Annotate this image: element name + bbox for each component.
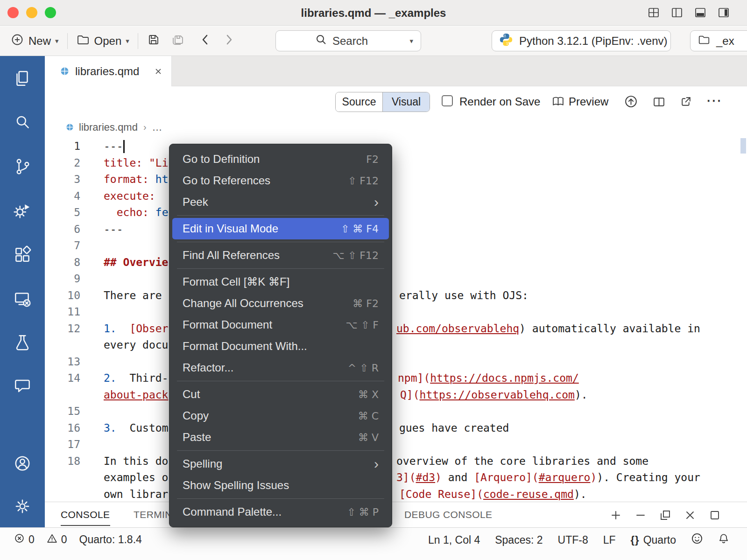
cursor-position[interactable]: Ln 1, Col 4 <box>428 534 480 546</box>
open-button[interactable]: Open ▾ <box>76 33 129 49</box>
line-number[interactable]: 10 <box>45 287 80 304</box>
code-line[interactable]: 163. Customgues have created <box>45 420 747 437</box>
warning-count[interactable]: 0 <box>47 533 67 546</box>
menu-item-go-to-references[interactable]: Go to References⇧ F12 <box>172 170 389 191</box>
breadcrumb-file[interactable]: libraries.qmd <box>79 121 138 133</box>
code-line[interactable]: 1--- <box>45 138 747 155</box>
menu-item-spelling[interactable]: Spelling› <box>172 453 389 475</box>
feedback-smiley-icon[interactable] <box>691 532 703 547</box>
new-button[interactable]: New ▾ <box>10 33 59 49</box>
run-debug-icon[interactable] <box>13 200 32 220</box>
restore-panel-icon[interactable] <box>659 509 671 521</box>
menu-item-find-all-references[interactable]: Find All References⌥ ⇧ F12 <box>172 245 389 266</box>
indentation[interactable]: Spaces: 2 <box>495 534 543 546</box>
line-number[interactable]: 9 <box>45 271 80 287</box>
visual-mode-button[interactable]: Visual <box>382 92 430 112</box>
new-console-plus-icon[interactable] <box>610 509 622 521</box>
search-input[interactable]: Search ▾ <box>275 30 421 51</box>
line-number[interactable]: 4 <box>45 188 80 205</box>
render-on-save-checkbox[interactable] <box>442 95 453 106</box>
tab-debug-console[interactable]: DEBUG CONSOLE <box>404 502 492 525</box>
code-editor[interactable]: 1---2title: "Li3format: ht4execute:5 ech… <box>45 138 747 502</box>
menu-item-format-document-with[interactable]: Format Document With... <box>172 336 389 357</box>
back-button[interactable] <box>200 34 211 49</box>
settings-gear-icon[interactable] <box>13 497 32 516</box>
line-number[interactable]: 7 <box>45 238 80 254</box>
code-line[interactable]: 17 <box>45 436 747 453</box>
chat-icon[interactable] <box>13 376 32 395</box>
code-line[interactable]: every docu <box>45 337 747 354</box>
eol-sequence[interactable]: LF <box>603 534 616 546</box>
code-line[interactable]: 18In this dooverview of the core librari… <box>45 453 747 470</box>
source-control-icon[interactable] <box>13 157 32 176</box>
menu-item-paste[interactable]: Paste⌘ V <box>172 427 389 448</box>
code-line[interactable]: 10There are erally use with OJS: <box>45 287 747 304</box>
line-number[interactable]: 1 <box>45 138 80 155</box>
preview-button[interactable]: Preview <box>569 86 608 117</box>
maximize-panel-icon[interactable] <box>709 509 721 521</box>
error-count[interactable]: 0 <box>14 533 35 546</box>
code-line[interactable]: 142. Third-npm](https://docs.npmjs.com/ <box>45 370 747 387</box>
code-line[interactable]: 3format: ht <box>45 171 747 188</box>
tab-console[interactable]: CONSOLE <box>61 502 110 526</box>
close-tab-icon[interactable] <box>154 67 163 76</box>
sessions-icon[interactable] <box>13 289 32 309</box>
line-number[interactable]: 11 <box>45 304 80 321</box>
menu-item-edit-in-visual-mode[interactable]: Edit in Visual Mode⇧ ⌘ F4 <box>172 218 389 239</box>
line-number[interactable]: 5 <box>45 204 80 221</box>
code-line[interactable]: 4execute: <box>45 188 747 205</box>
split-editor-icon[interactable] <box>653 96 665 110</box>
code-line[interactable]: about-packQ](https://observablehq.com). <box>45 387 747 404</box>
explorer-icon[interactable] <box>13 69 32 88</box>
menu-item-cut[interactable]: Cut⌘ X <box>172 384 389 405</box>
menu-item-refactor[interactable]: Refactor...^ ⇧ R <box>172 357 389 378</box>
code-line[interactable]: 6--- <box>45 221 747 238</box>
layout-columns-icon[interactable] <box>670 6 684 19</box>
project-button[interactable]: _ex <box>690 30 747 51</box>
preview-icon[interactable] <box>552 95 564 110</box>
menu-item-copy[interactable]: Copy⌘ C <box>172 405 389 427</box>
minimize-panel-icon[interactable] <box>634 509 647 521</box>
code-line[interactable]: 2title: "Li <box>45 155 747 172</box>
code-line[interactable]: examples o3](#d3) and [Arquero](#arquero… <box>45 469 747 486</box>
forward-button[interactable] <box>223 34 234 49</box>
language-mode[interactable]: {} Quarto <box>631 534 676 546</box>
menu-item-format-document[interactable]: Format Document⌥ ⇧ F <box>172 314 389 336</box>
save-button[interactable] <box>147 33 161 49</box>
line-number[interactable]: 16 <box>45 420 80 437</box>
code-line[interactable]: 8## Overvie <box>45 254 747 271</box>
menu-item-command-palette[interactable]: Command Palette...⇧ ⌘ P <box>172 501 389 523</box>
line-number[interactable]: 12 <box>45 321 80 337</box>
save-all-button[interactable] <box>171 33 186 49</box>
code-line[interactable]: 121. [Obserub.com/observablehq) automati… <box>45 321 747 337</box>
line-number[interactable]: 8 <box>45 254 80 271</box>
account-icon[interactable] <box>13 454 32 473</box>
quarto-version[interactable]: Quarto: 1.8.4 <box>79 533 142 546</box>
open-in-new-window-icon[interactable] <box>680 95 692 110</box>
code-line[interactable]: own librar[Code Reuse](code-reuse.qmd). <box>45 486 747 502</box>
code-line[interactable]: 13 <box>45 354 747 371</box>
extensions-icon[interactable] <box>13 245 32 265</box>
line-number[interactable]: 15 <box>45 403 80 420</box>
line-number[interactable]: 13 <box>45 354 80 371</box>
toggle-panel-icon[interactable] <box>694 6 707 19</box>
toggle-secondary-sidebar-icon[interactable] <box>717 6 730 19</box>
line-number[interactable]: 3 <box>45 171 80 188</box>
line-number[interactable]: 6 <box>45 221 80 238</box>
code-line[interactable]: 11 <box>45 304 747 321</box>
line-number[interactable]: 14 <box>45 370 80 387</box>
line-number[interactable]: 2 <box>45 155 80 172</box>
search-icon[interactable] <box>13 112 32 132</box>
close-panel-icon[interactable] <box>684 509 696 521</box>
tab-libraries-qmd[interactable]: libraries.qmd <box>45 56 172 86</box>
notifications-bell-icon[interactable] <box>718 533 729 547</box>
code-line[interactable]: 15 <box>45 403 747 420</box>
menu-item-go-to-definition[interactable]: Go to DefinitionF2 <box>172 148 389 170</box>
menu-item-format-cell-k-f[interactable]: Format Cell [⌘K ⌘F] <box>172 271 389 293</box>
breadcrumb-more[interactable]: … <box>152 121 162 133</box>
code-line[interactable]: 9 <box>45 271 747 287</box>
code-line[interactable]: 5 echo: fe <box>45 204 747 221</box>
interpreter-selector[interactable]: Python 3.12.1 (PipEnv: .venv) <box>492 30 671 51</box>
line-number[interactable]: 17 <box>45 436 80 453</box>
menu-item-change-all-occurrences[interactable]: Change All Occurrences⌘ F2 <box>172 293 389 314</box>
